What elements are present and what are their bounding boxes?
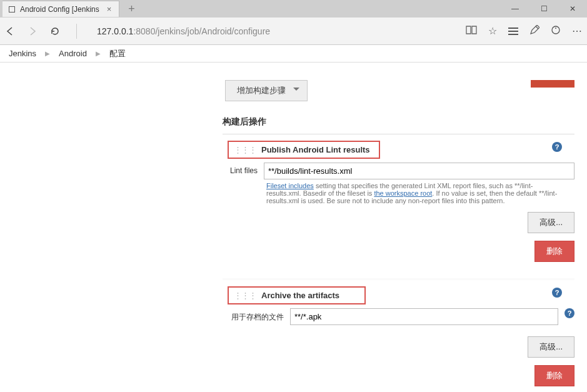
workspace-root-link[interactable]: the workspace root bbox=[374, 189, 432, 197]
address-bar[interactable]: 127.0.0.1:8080/jenkins/job/Android/confi… bbox=[93, 26, 447, 36]
share-icon[interactable] bbox=[551, 25, 561, 38]
tab-title: Android Config [Jenkins bbox=[20, 5, 99, 14]
chevron-right-icon: ▶ bbox=[45, 50, 50, 57]
close-tab-icon[interactable]: × bbox=[104, 4, 114, 14]
notes-icon[interactable] bbox=[529, 25, 539, 38]
minimize-button[interactable]: — bbox=[501, 0, 529, 18]
breadcrumb-item[interactable]: Android bbox=[59, 49, 87, 58]
breadcrumb-item[interactable]: Jenkins bbox=[9, 49, 36, 58]
drag-handle-icon[interactable]: ⋮⋮⋮ bbox=[234, 291, 256, 300]
lint-files-label: Lint files bbox=[223, 163, 258, 175]
tab-bar: Android Config [Jenkins × + — ☐ ✕ bbox=[0, 0, 587, 18]
maximize-button[interactable]: ☐ bbox=[529, 0, 558, 18]
hub-icon[interactable] bbox=[508, 28, 518, 35]
breadcrumb-item[interactable]: 配置 bbox=[109, 48, 126, 59]
advanced-button[interactable]: 高级... bbox=[528, 336, 574, 358]
url-path: :8080/jenkins/job/Android/configure bbox=[133, 26, 270, 36]
more-icon[interactable]: ⋯ bbox=[572, 25, 582, 37]
archive-files-label: 用于存档的文件 bbox=[223, 308, 284, 323]
reading-view-icon[interactable] bbox=[466, 25, 477, 38]
delete-button[interactable]: 删除 bbox=[534, 241, 574, 262]
chevron-right-icon: ▶ bbox=[96, 50, 101, 57]
truncated-button[interactable] bbox=[531, 80, 574, 88]
block-title: Publish Android Lint results bbox=[261, 145, 370, 154]
advanced-button[interactable]: 高级... bbox=[528, 212, 574, 233]
refresh-button[interactable] bbox=[50, 26, 60, 36]
svg-point-0 bbox=[552, 26, 559, 34]
nav-bar: 127.0.0.1:8080/jenkins/job/Android/confi… bbox=[0, 18, 587, 45]
post-build-section-title: 构建后操作 bbox=[223, 116, 574, 128]
help-icon[interactable]: ? bbox=[552, 142, 562, 152]
svg-point-1 bbox=[555, 28, 556, 29]
help-icon[interactable]: ? bbox=[564, 308, 574, 318]
help-icon[interactable]: ? bbox=[552, 288, 562, 298]
back-button[interactable] bbox=[5, 26, 15, 36]
favorite-icon[interactable]: ☆ bbox=[488, 25, 497, 37]
block-title: Archive the artifacts bbox=[261, 291, 339, 300]
url-host: 127.0.0.1 bbox=[97, 26, 133, 36]
new-tab-button[interactable]: + bbox=[128, 3, 135, 16]
block-header-lint[interactable]: ⋮⋮⋮ Publish Android Lint results bbox=[228, 141, 380, 159]
fileset-includes-link[interactable]: Fileset includes bbox=[266, 182, 314, 189]
page-icon bbox=[9, 6, 15, 13]
delete-button[interactable]: 删除 bbox=[534, 365, 574, 386]
lint-files-input[interactable] bbox=[264, 163, 574, 179]
close-window-button[interactable]: ✕ bbox=[558, 0, 587, 18]
browser-tab[interactable]: Android Config [Jenkins × bbox=[3, 1, 119, 17]
divider bbox=[223, 134, 574, 134]
add-build-step-dropdown[interactable]: 增加构建步骤 bbox=[225, 80, 308, 101]
drag-handle-icon[interactable]: ⋮⋮⋮ bbox=[234, 145, 256, 154]
block-header-archive[interactable]: ⋮⋮⋮ Archive the artifacts bbox=[228, 286, 366, 304]
archive-files-input[interactable] bbox=[290, 308, 558, 325]
forward-button[interactable] bbox=[28, 26, 38, 36]
lint-files-description: Fileset includes setting that specifies … bbox=[266, 182, 562, 204]
divider bbox=[223, 278, 574, 280]
breadcrumb: Jenkins ▶ Android ▶ 配置 bbox=[0, 45, 587, 63]
